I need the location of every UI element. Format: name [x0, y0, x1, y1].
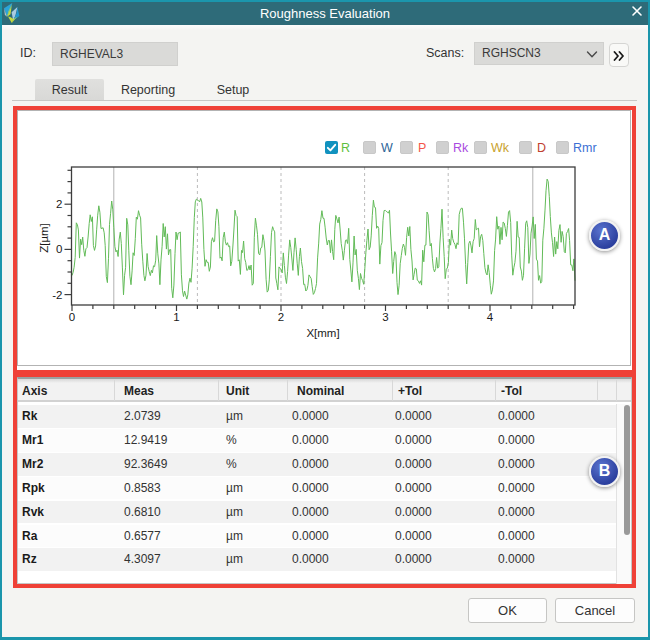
svg-text:Z[µm]: Z[µm]: [38, 223, 50, 253]
svg-text:1: 1: [173, 311, 179, 323]
svg-text:3: 3: [382, 311, 388, 323]
svg-text:0: 0: [56, 243, 62, 255]
svg-text:2: 2: [56, 198, 62, 210]
svg-text:-2: -2: [52, 289, 62, 301]
svg-text:2: 2: [278, 311, 284, 323]
svg-text:X[mm]: X[mm]: [306, 327, 339, 339]
svg-text:0: 0: [69, 311, 75, 323]
svg-text:4: 4: [487, 311, 494, 323]
